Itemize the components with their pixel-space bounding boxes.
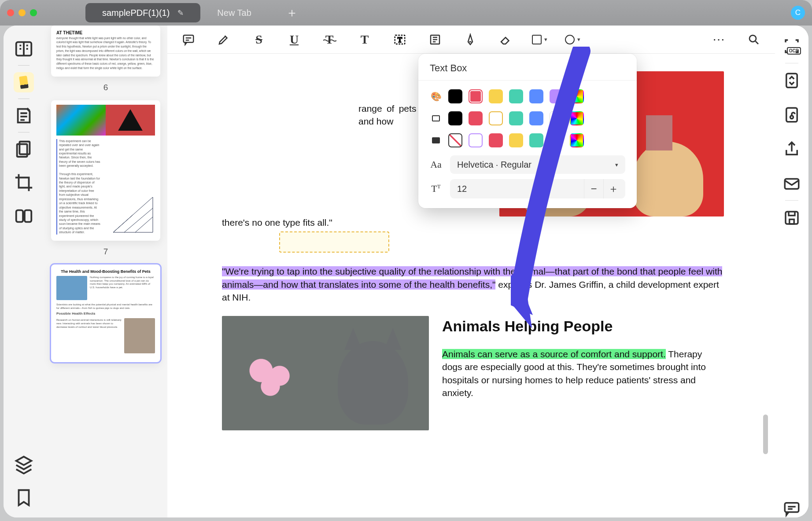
chevron-down-icon: ▾ (615, 161, 618, 168)
document-main: S U T T T ▾ ▾ ⋯ range of pets people liv… (167, 26, 775, 517)
thumbnail-panel: AT THETIME everyone thought that white l… (44, 26, 167, 517)
border-yellow-selected[interactable] (489, 111, 503, 125)
body-paragraph: Animals can serve as a source of comfort… (442, 348, 724, 400)
share-icon[interactable] (782, 140, 801, 158)
add-tab-button[interactable]: ＋ (286, 4, 298, 21)
thumbnail-page-8[interactable]: The Health and Mood-Boosting Benefits of… (51, 264, 160, 362)
text-color-row: 🎨 (430, 89, 625, 103)
svg-point-13 (790, 116, 794, 119)
highlighter-tool-icon[interactable] (14, 72, 34, 92)
textbox-insertion-target[interactable] (279, 231, 389, 253)
svg-point-9 (749, 35, 756, 42)
border-blue[interactable] (529, 111, 543, 125)
tab-active[interactable]: samplePDF(1)(1) ✎ (85, 3, 200, 22)
svg-rect-15 (786, 212, 798, 224)
thumbnail-page-7[interactable]: This experiment can be repeated over and… (51, 100, 160, 241)
border-custom[interactable] (570, 111, 584, 125)
color-blue[interactable] (529, 89, 543, 103)
border-black[interactable] (448, 111, 462, 125)
popover-title: Text Box (430, 62, 625, 74)
encrypt-icon[interactable] (782, 106, 801, 124)
stamp-tool-icon[interactable]: ▾ (565, 31, 580, 48)
font-size-icon: TT (430, 183, 442, 194)
body-highlighted: Animals can serve as a source of comfort… (442, 349, 666, 359)
font-icon: Aa (430, 159, 442, 170)
font-family-select[interactable]: Helvetica · Regular ▾ (450, 155, 625, 174)
font-family-label: Helvetica · Regular (457, 160, 531, 170)
more-tools-icon[interactable]: ⋯ (710, 31, 727, 48)
thumbnail-page-6[interactable]: AT THETIME everyone thought that white l… (51, 26, 160, 77)
fill-teal[interactable] (529, 133, 543, 147)
decrease-size-button[interactable]: − (584, 179, 603, 198)
color-red-selected[interactable] (469, 89, 483, 103)
font-size-stepper: 12 − ＋ (450, 179, 625, 198)
edit-tab-icon[interactable]: ✎ (177, 8, 184, 18)
thumb8-sub: Possible Health Effects (56, 312, 155, 316)
color-black[interactable] (448, 89, 462, 103)
layers-icon[interactable] (14, 454, 34, 474)
color-yellow[interactable] (489, 89, 503, 103)
textbox-popover: Text Box 🎨 (418, 54, 637, 208)
thumb6-heading: AT THETIME (56, 30, 82, 35)
color-purple[interactable] (550, 89, 564, 103)
section-heading: Animals Helping People (442, 316, 724, 337)
crop-tool-icon[interactable] (14, 172, 34, 193)
thumb8-heading: The Health and Mood-Boosting Benefits of… (56, 269, 155, 274)
svg-rect-14 (785, 179, 799, 189)
annotation-toolbar: S U T T T ▾ ▾ ⋯ (167, 26, 775, 54)
svg-rect-4 (25, 210, 31, 222)
fill-red[interactable] (489, 133, 503, 147)
border-color-row (430, 111, 625, 125)
ocr-icon[interactable]: OCR (782, 37, 801, 55)
increase-size-button[interactable]: ＋ (603, 179, 623, 198)
note-tool-icon[interactable] (426, 31, 444, 48)
fill-custom[interactable] (570, 133, 584, 147)
border-icon (430, 115, 442, 121)
strikethrough-tool-icon[interactable]: S (250, 31, 268, 48)
border-white[interactable] (550, 111, 564, 125)
search-icon[interactable] (745, 31, 763, 48)
comment-tool-icon[interactable] (180, 31, 197, 48)
save-icon[interactable] (782, 209, 801, 227)
avatar[interactable]: C (791, 6, 805, 20)
eraser-tool-icon[interactable] (497, 31, 514, 48)
fill-yellow[interactable] (509, 133, 523, 147)
thumb6-text: everyone thought that white light was pu… (56, 37, 154, 70)
mail-icon[interactable] (782, 174, 801, 193)
shape-tool-icon[interactable]: ▾ (532, 31, 547, 48)
pen-tool-icon[interactable] (461, 31, 479, 48)
tab-new[interactable]: New Tab (200, 3, 268, 22)
bookmark-icon[interactable] (14, 488, 34, 508)
tab-active-label: samplePDF(1)(1) (102, 8, 170, 18)
svg-rect-5 (184, 35, 194, 42)
fill-color-row (430, 133, 625, 147)
titlebar: samplePDF(1)(1) ✎ New Tab ＋ C (0, 0, 812, 26)
palette-icon: 🎨 (430, 91, 442, 102)
reader-mode-icon[interactable] (14, 39, 34, 59)
underline-tool-icon[interactable]: U (285, 31, 303, 48)
fill-icon (430, 137, 442, 143)
minimize-window-icon[interactable] (18, 9, 26, 16)
comments-panel-icon[interactable] (782, 499, 801, 517)
color-teal[interactable] (509, 89, 523, 103)
compare-icon[interactable] (14, 206, 34, 226)
close-window-icon[interactable] (7, 9, 14, 16)
fill-outline[interactable] (469, 133, 483, 147)
border-red[interactable] (469, 111, 483, 125)
squiggly-tool-icon[interactable]: T (321, 31, 338, 48)
border-teal[interactable] (509, 111, 523, 125)
highlight-tool-icon[interactable] (215, 31, 233, 48)
text-tool-icon[interactable]: T (356, 31, 373, 48)
pages-panel-icon[interactable] (14, 139, 34, 159)
notes-tool-icon[interactable] (14, 106, 34, 126)
textbox-tool-icon[interactable]: T (391, 31, 409, 48)
convert-icon[interactable] (782, 71, 801, 90)
color-custom[interactable] (570, 89, 584, 103)
svg-text:T: T (398, 36, 402, 44)
thumb7-text-b: Through this experiment, Newton laid the… (59, 172, 100, 234)
window-controls (7, 9, 37, 16)
document-scrollbar[interactable] (763, 415, 768, 454)
fullscreen-window-icon[interactable] (30, 9, 37, 16)
fill-none[interactable] (448, 133, 462, 147)
thumb7-number: 7 (51, 247, 160, 257)
